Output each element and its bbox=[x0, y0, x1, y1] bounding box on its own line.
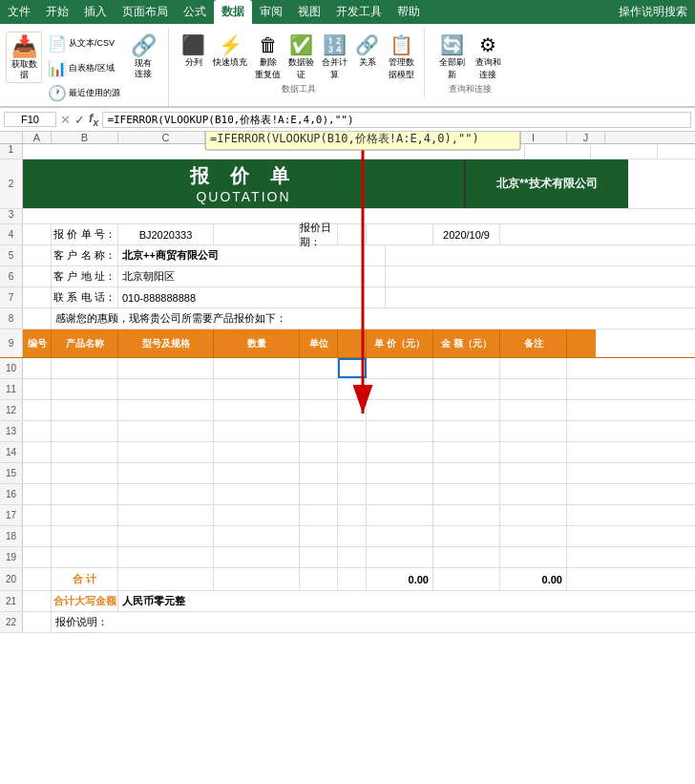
tab-review[interactable]: 审阅 bbox=[252, 0, 290, 24]
btn-existing-connections[interactable]: 🔗 现有连接 bbox=[126, 32, 160, 81]
cell-10-d[interactable] bbox=[214, 358, 300, 378]
cell-11-i[interactable] bbox=[500, 379, 567, 399]
cell-13-d[interactable] bbox=[214, 421, 300, 441]
cell-18-e[interactable] bbox=[300, 526, 338, 546]
cell-11-c[interactable] bbox=[118, 379, 214, 399]
btn-flash-fill[interactable]: ⚡ 快速填充 bbox=[210, 32, 250, 83]
cell-12-a[interactable] bbox=[23, 400, 52, 420]
cell-17-f[interactable] bbox=[338, 505, 367, 525]
cell-18-h[interactable] bbox=[433, 526, 500, 546]
cancel-formula-icon[interactable]: ✕ bbox=[60, 113, 71, 127]
tab-help[interactable]: 帮助 bbox=[390, 0, 428, 24]
cell-14-c[interactable] bbox=[118, 442, 214, 462]
cell-18-i[interactable] bbox=[500, 526, 567, 546]
cell-12-e[interactable] bbox=[300, 400, 338, 420]
cell-10-g[interactable] bbox=[367, 358, 433, 378]
cell-18-f[interactable] bbox=[338, 526, 367, 546]
cell-19-j[interactable] bbox=[567, 547, 596, 567]
cell-15-e[interactable] bbox=[300, 463, 338, 483]
cell-14-d[interactable] bbox=[214, 442, 300, 462]
cell-19-b[interactable] bbox=[52, 547, 118, 567]
formula-input[interactable] bbox=[102, 112, 691, 128]
cell-18-a[interactable] bbox=[23, 526, 52, 546]
tab-insert[interactable]: 插入 bbox=[76, 0, 115, 24]
cell-11-d[interactable] bbox=[214, 379, 300, 399]
cell-14-i[interactable] bbox=[500, 442, 567, 462]
cell-16-d[interactable] bbox=[214, 484, 300, 504]
cell-12-j[interactable] bbox=[567, 400, 596, 420]
insert-function-icon[interactable]: fx bbox=[89, 111, 98, 128]
btn-from-table[interactable]: 📊 自表格/区域 bbox=[44, 56, 124, 80]
cell-19-f[interactable] bbox=[338, 547, 367, 567]
cell-15-g[interactable] bbox=[367, 463, 433, 483]
cell-11-h[interactable] bbox=[433, 379, 500, 399]
cell-17-c[interactable] bbox=[118, 505, 214, 525]
tab-developer[interactable]: 开发工具 bbox=[328, 0, 390, 24]
cell-17-j[interactable] bbox=[567, 505, 596, 525]
cell-18-c[interactable] bbox=[118, 526, 214, 546]
btn-manage-model[interactable]: 📋 管理数据模型 bbox=[384, 32, 418, 83]
cell-13-c[interactable] bbox=[118, 421, 214, 441]
cell-17-h[interactable] bbox=[433, 505, 500, 525]
cell-10-j[interactable] bbox=[567, 358, 596, 378]
cell-19-c[interactable] bbox=[118, 547, 214, 567]
cell-13-b[interactable] bbox=[52, 421, 118, 441]
btn-refresh-all[interactable]: 🔄 全部刷新 bbox=[434, 32, 469, 83]
cell-18-j[interactable] bbox=[567, 526, 596, 546]
tab-formula[interactable]: 公式 bbox=[176, 0, 214, 24]
cell-quote-value[interactable]: BJ2020333 bbox=[118, 224, 214, 244]
cell-10-i[interactable] bbox=[500, 358, 567, 378]
cell-address-value[interactable]: 北京朝阳区 bbox=[118, 266, 386, 286]
cell-19-i[interactable] bbox=[500, 547, 567, 567]
cell-11-j[interactable] bbox=[567, 379, 596, 399]
cell-18-d[interactable] bbox=[214, 526, 300, 546]
cell-15-h[interactable] bbox=[433, 463, 500, 483]
cell-14-h[interactable] bbox=[433, 442, 500, 462]
btn-recent-sources[interactable]: 🕐 最近使用的源 bbox=[44, 81, 124, 105]
cell-14-f[interactable] bbox=[338, 442, 367, 462]
cell-16-b[interactable] bbox=[52, 484, 118, 504]
tab-view[interactable]: 视图 bbox=[290, 0, 328, 24]
cell-15-a[interactable] bbox=[23, 463, 52, 483]
btn-relations[interactable]: 🔗 关系 bbox=[352, 32, 382, 83]
cell-phone-value[interactable]: 010-888888888 bbox=[118, 287, 386, 307]
cell-17-b[interactable] bbox=[52, 505, 118, 525]
tab-page-layout[interactable]: 页面布局 bbox=[115, 0, 176, 24]
tab-home[interactable]: 开始 bbox=[38, 0, 76, 24]
cell-10-f[interactable] bbox=[338, 358, 367, 378]
cell-13-a[interactable] bbox=[23, 421, 52, 441]
cell-10-e[interactable] bbox=[300, 358, 338, 378]
cell-16-c[interactable] bbox=[118, 484, 214, 504]
cell-16-g[interactable] bbox=[367, 484, 433, 504]
cell-13-h[interactable] bbox=[433, 421, 500, 441]
tab-data[interactable]: 数据 bbox=[214, 0, 252, 24]
btn-get-data[interactable]: 📥 获取数据 bbox=[6, 32, 42, 83]
cell-12-h[interactable] bbox=[433, 400, 500, 420]
cell-16-j[interactable] bbox=[567, 484, 596, 504]
cell-11-a[interactable] bbox=[23, 379, 52, 399]
cell-14-b[interactable] bbox=[52, 442, 118, 462]
cell-17-e[interactable] bbox=[300, 505, 338, 525]
cell-16-f[interactable] bbox=[338, 484, 367, 504]
cell-19-g[interactable] bbox=[367, 547, 433, 567]
cell-15-b[interactable] bbox=[52, 463, 118, 483]
cell-18-g[interactable] bbox=[367, 526, 433, 546]
cell-13-i[interactable] bbox=[500, 421, 567, 441]
cell-19-a[interactable] bbox=[23, 547, 52, 567]
cell-13-g[interactable] bbox=[367, 421, 433, 441]
cell-17-i[interactable] bbox=[500, 505, 567, 525]
cell-16-a[interactable] bbox=[23, 484, 52, 504]
cell-19-h[interactable] bbox=[433, 547, 500, 567]
cell-11-g[interactable] bbox=[367, 379, 433, 399]
cell-12-f[interactable] bbox=[338, 400, 367, 420]
cell-13-f[interactable] bbox=[338, 421, 367, 441]
btn-from-text[interactable]: 📄 从文本/CSV bbox=[44, 32, 124, 55]
search-box[interactable]: 操作说明搜索 bbox=[611, 0, 695, 24]
tab-file[interactable]: 文件 bbox=[0, 0, 38, 24]
cell-14-j[interactable] bbox=[567, 442, 596, 462]
cell-11-f[interactable] bbox=[338, 379, 367, 399]
cell-15-i[interactable] bbox=[500, 463, 567, 483]
cell-customer-value[interactable]: 北京++商贸有限公司 bbox=[118, 245, 386, 265]
cell-10-a[interactable] bbox=[23, 358, 52, 378]
btn-split[interactable]: ⬛ 分列 bbox=[179, 32, 208, 83]
